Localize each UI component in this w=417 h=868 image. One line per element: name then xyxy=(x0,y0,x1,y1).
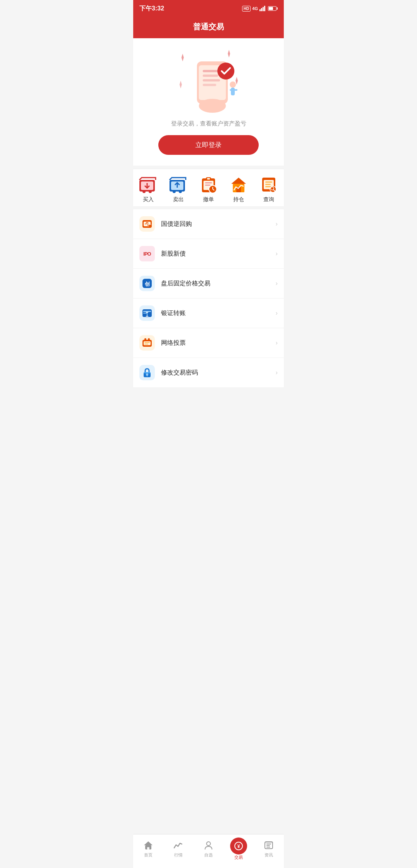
bond-repo-arrow: › xyxy=(276,220,278,227)
svg-rect-3 xyxy=(264,6,265,11)
svg-marker-4 xyxy=(181,54,184,61)
svg-rect-0 xyxy=(259,9,261,11)
svg-point-27 xyxy=(173,190,176,193)
svg-rect-44 xyxy=(265,181,272,183)
svg-marker-39 xyxy=(231,178,246,184)
svg-text:创: 创 xyxy=(144,281,150,287)
bank-transfer-icon xyxy=(139,305,155,321)
menu-item-online-vote[interactable]: 网络投票 › xyxy=(133,328,284,358)
svg-rect-1 xyxy=(261,8,262,11)
cancel-icon xyxy=(198,175,219,194)
svg-rect-56 xyxy=(143,311,151,312)
action-buy[interactable]: 买入 xyxy=(133,175,163,203)
signal-4g-icon: 4G xyxy=(252,6,258,11)
new-stock-label: 新股新债 xyxy=(161,250,276,258)
login-button[interactable]: 立即登录 xyxy=(158,135,259,155)
svg-rect-32 xyxy=(205,182,212,183)
page-header: 普通交易 xyxy=(133,17,284,38)
query-label: 查询 xyxy=(263,196,274,203)
svg-rect-62 xyxy=(144,341,151,345)
hero-illustration xyxy=(170,46,247,115)
query-icon xyxy=(259,175,279,194)
signal-icon xyxy=(259,6,266,11)
svg-point-22 xyxy=(142,190,146,193)
svg-point-28 xyxy=(179,190,182,193)
online-vote-label: 网络投票 xyxy=(161,339,276,347)
svg-marker-7 xyxy=(180,81,182,88)
svg-point-16 xyxy=(230,81,236,88)
hero-subtitle: 登录交易，查看账户资产盈亏 xyxy=(171,120,246,127)
action-cancel[interactable]: 撤单 xyxy=(193,175,224,203)
svg-rect-66 xyxy=(144,344,148,344)
status-time: 下午3:32 xyxy=(139,5,164,13)
change-password-label: 修改交易密码 xyxy=(161,369,276,377)
online-vote-icon xyxy=(139,335,155,351)
after-hours-icon: 创 xyxy=(139,276,155,291)
position-icon xyxy=(229,175,249,194)
new-stock-icon: IPO xyxy=(139,246,155,261)
svg-rect-70 xyxy=(144,372,151,373)
quick-actions: 买入 卖出 xyxy=(133,169,284,206)
menu-item-new-stock[interactable]: IPO 新股新债 › xyxy=(133,239,284,269)
after-hours-arrow: › xyxy=(276,280,278,287)
menu-item-bond-repo[interactable]: 国债逆回购 › xyxy=(133,209,284,239)
svg-marker-6 xyxy=(236,77,238,85)
hd-badge: HD xyxy=(242,6,251,12)
action-sell[interactable]: 卖出 xyxy=(163,175,193,203)
bond-repo-label: 国债逆回购 xyxy=(161,220,276,228)
svg-point-15 xyxy=(199,99,226,113)
svg-rect-19 xyxy=(234,89,237,91)
svg-rect-13 xyxy=(203,84,216,86)
bond-repo-icon xyxy=(139,216,155,232)
change-password-arrow: › xyxy=(276,369,278,376)
svg-rect-64 xyxy=(148,338,150,341)
bank-transfer-arrow: › xyxy=(276,310,278,317)
svg-rect-11 xyxy=(203,75,218,77)
status-bar: 下午3:32 HD 4G xyxy=(133,0,284,17)
status-icons: HD 4G xyxy=(242,6,278,12)
svg-rect-63 xyxy=(144,338,146,341)
svg-rect-18 xyxy=(230,89,233,91)
battery-icon xyxy=(268,6,278,11)
svg-point-52 xyxy=(149,224,151,227)
action-position[interactable]: 持仓 xyxy=(224,175,254,203)
svg-rect-69 xyxy=(147,375,147,376)
buy-label: 买入 xyxy=(143,196,154,203)
svg-rect-38 xyxy=(207,178,210,180)
cancel-label: 撤单 xyxy=(203,196,214,203)
bank-transfer-label: 银证转账 xyxy=(161,309,276,317)
menu-list: 国债逆回购 › IPO 新股新债 › 创 盘后固定价格交易 › xyxy=(133,209,284,387)
hero-svg xyxy=(170,46,247,115)
svg-rect-65 xyxy=(144,342,150,343)
svg-rect-45 xyxy=(265,184,271,185)
menu-item-change-password[interactable]: 修改交易密码 › xyxy=(133,358,284,387)
page-title: 普通交易 xyxy=(133,22,284,32)
menu-item-bank-transfer[interactable]: 银证转账 › xyxy=(133,298,284,328)
position-label: 持仓 xyxy=(233,196,244,203)
svg-rect-2 xyxy=(263,7,264,11)
svg-rect-17 xyxy=(231,88,235,95)
after-hours-label: 盘后固定价格交易 xyxy=(161,280,276,288)
svg-marker-5 xyxy=(228,50,230,58)
sell-label: 卖出 xyxy=(173,196,184,203)
hero-section: 登录交易，查看账户资产盈亏 立即登录 xyxy=(133,38,284,166)
svg-rect-33 xyxy=(205,185,210,186)
menu-item-after-hours[interactable]: 创 盘后固定价格交易 › xyxy=(133,269,284,298)
sell-icon xyxy=(168,175,188,194)
new-stock-arrow: › xyxy=(276,250,278,257)
svg-point-14 xyxy=(217,63,234,80)
change-password-icon xyxy=(139,365,155,380)
action-query[interactable]: 查询 xyxy=(254,175,284,203)
online-vote-arrow: › xyxy=(276,339,278,346)
content-spacer xyxy=(133,387,284,449)
svg-rect-12 xyxy=(203,79,220,81)
buy-icon xyxy=(138,175,158,194)
svg-point-23 xyxy=(149,190,152,193)
